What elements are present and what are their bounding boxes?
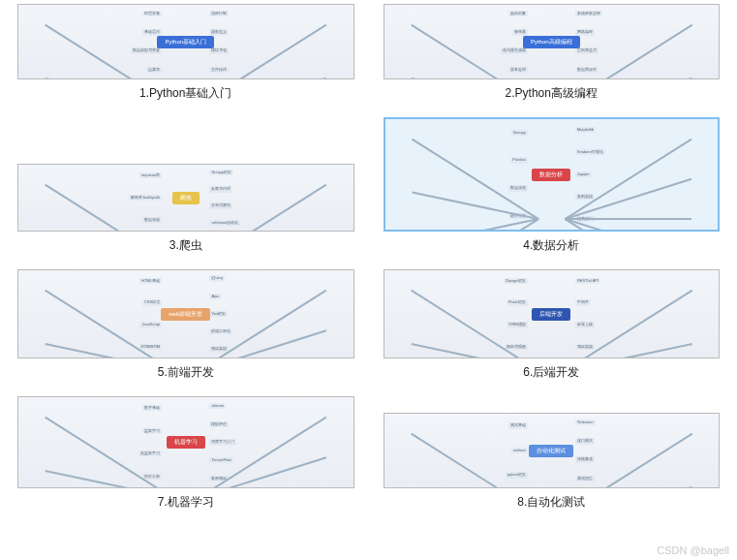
svg-line-4 bbox=[200, 25, 326, 79]
svg-line-54 bbox=[200, 457, 326, 488]
mindmap-thumbnail[interactable]: Django框架Flask框架ORM模型路由与视图后端开发RESTful API… bbox=[384, 269, 721, 358]
center-node: web前端开发 bbox=[161, 308, 210, 321]
center-node: Python基础入门 bbox=[157, 36, 214, 48]
mindmap-thumbnail[interactable]: HTML基础CSS样式JavaScriptDOM/BOMweb前端开发jQuer… bbox=[17, 269, 354, 358]
thumbnail-caption: 5.前端开发 bbox=[158, 364, 214, 381]
mindmap-thumbnail[interactable]: 面向对象装饰器迭代器生成器异常处理Python高级编程多线程多进程网络编程正则表… bbox=[384, 4, 721, 79]
center-node: 后端开发 bbox=[532, 308, 570, 321]
thumbnail-caption: 6.后端开发 bbox=[523, 364, 579, 381]
center-node: 数据分析 bbox=[532, 169, 570, 181]
svg-line-37 bbox=[200, 330, 326, 358]
thumbnail-caption: 2.Python高级编程 bbox=[506, 85, 598, 102]
thumbnail-grid: 环境安装基础语法数据类型与变量运算符Python基础入门流程控制函数定义模块与包… bbox=[0, 0, 737, 514]
svg-line-28 bbox=[565, 179, 691, 219]
svg-line-33 bbox=[46, 344, 172, 358]
svg-line-23 bbox=[412, 140, 538, 219]
mindmap-thumbnail[interactable]: 环境安装基础语法数据类型与变量运算符Python基础入门流程控制函数定义模块与包… bbox=[17, 4, 354, 79]
svg-line-36 bbox=[200, 291, 326, 358]
thumbnail-caption: 7.机器学习 bbox=[158, 494, 214, 511]
center-node: 爬虫 bbox=[172, 192, 200, 204]
thumbnail-cell[interactable]: requests库解析库 bs4/xpath数据存储爬虫Scrapy框架反爬与代… bbox=[17, 117, 354, 258]
svg-line-58 bbox=[411, 434, 537, 488]
svg-line-25 bbox=[412, 219, 538, 232]
svg-line-1 bbox=[46, 78, 172, 79]
svg-line-62 bbox=[565, 487, 691, 488]
mindmap-thumbnail[interactable]: 数学基础监督学习无监督学习特征工程机器学习sklearn模型评估深度学习入门Te… bbox=[17, 396, 354, 488]
thumbnail-cell[interactable]: Django框架Flask框架ORM模型路由与视图后端开发RESTful API… bbox=[384, 269, 721, 385]
center-node: 机器学习 bbox=[167, 436, 205, 449]
svg-line-27 bbox=[565, 140, 691, 219]
thumbnail-caption: 3.爬虫 bbox=[169, 237, 202, 254]
center-node: Python高级编程 bbox=[523, 36, 580, 48]
svg-line-49 bbox=[46, 418, 172, 488]
svg-line-24 bbox=[412, 193, 538, 219]
watermark-text: CSDN @bagell bbox=[657, 544, 729, 556]
svg-line-8 bbox=[411, 25, 537, 79]
thumbnail-cell[interactable]: 数学基础监督学习无监督学习特征工程机器学习sklearn模型评估深度学习入门Te… bbox=[17, 396, 354, 514]
mindmap-thumbnail[interactable]: NumpyPandas数据清洗统计分析数据分析MatplotlibSeaborn… bbox=[384, 117, 721, 232]
thumbnail-cell[interactable]: 环境安装基础语法数据类型与变量运算符Python基础入门流程控制函数定义模块与包… bbox=[17, 4, 354, 106]
svg-line-12 bbox=[565, 25, 691, 79]
svg-line-5 bbox=[200, 78, 326, 79]
thumbnail-cell[interactable]: HTML基础CSS样式JavaScriptDOM/BOMweb前端开发jQuer… bbox=[17, 269, 354, 385]
svg-line-13 bbox=[565, 78, 691, 79]
mindmap-thumbnail[interactable]: requests库解析库 bs4/xpath数据存储爬虫Scrapy框架反爬与代… bbox=[17, 164, 354, 232]
thumbnail-cell[interactable]: 面向对象装饰器迭代器生成器异常处理Python高级编程多线程多进程网络编程正则表… bbox=[384, 4, 721, 106]
thumbnail-cell[interactable]: 测试基础unittestpytest框架自动化测试Selenium接口测试持续集… bbox=[384, 396, 721, 514]
svg-line-16 bbox=[46, 185, 172, 232]
svg-line-26 bbox=[412, 219, 538, 232]
svg-line-61 bbox=[565, 434, 691, 488]
thumbnail-cell[interactable]: NumpyPandas数据清洗统计分析数据分析MatplotlibSeaborn… bbox=[384, 117, 721, 258]
svg-line-9 bbox=[411, 78, 537, 79]
thumbnail-caption: 8.自动化测试 bbox=[517, 494, 585, 511]
svg-line-19 bbox=[200, 185, 326, 232]
svg-line-0 bbox=[46, 25, 172, 79]
svg-line-46 bbox=[565, 344, 691, 358]
center-node: 自动化测试 bbox=[529, 445, 573, 457]
mindmap-thumbnail[interactable]: 测试基础unittestpytest框架自动化测试Selenium接口测试持续集… bbox=[384, 413, 721, 488]
thumbnail-caption: 1.Python基础入门 bbox=[139, 85, 231, 102]
svg-line-42 bbox=[411, 344, 537, 358]
svg-line-30 bbox=[565, 219, 691, 232]
thumbnail-caption: 4.数据分析 bbox=[523, 237, 579, 254]
